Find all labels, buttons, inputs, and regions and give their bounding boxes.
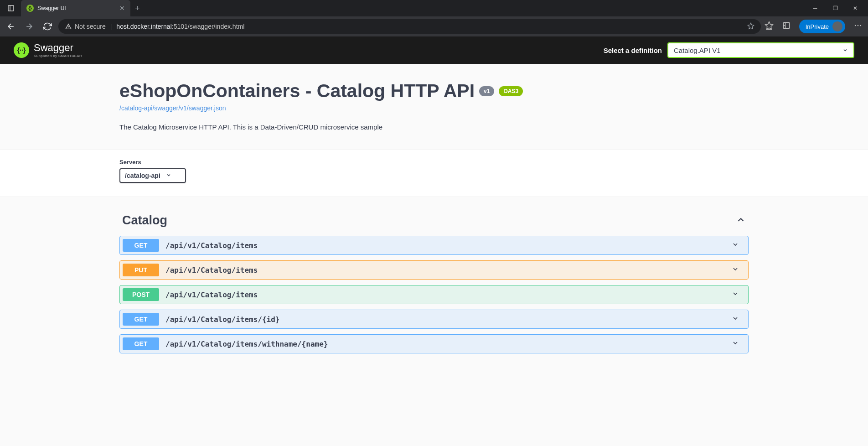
new-tab-button[interactable]: + xyxy=(135,4,140,13)
swagger-logo[interactable]: {··} Swagger Supported by SMARTBEAR xyxy=(14,42,82,58)
api-title-row: eShopOnContainers - Catalog HTTP API v1 … xyxy=(119,80,749,102)
servers-selected: /catalog-api xyxy=(125,172,160,179)
chevron-down-icon xyxy=(725,290,745,299)
chevron-down-icon xyxy=(725,315,745,324)
chevron-up-icon xyxy=(736,215,746,227)
close-tab-icon[interactable]: ✕ xyxy=(119,5,125,12)
operation-row[interactable]: GET/api/v1/Catalog/items/withname/{name} xyxy=(119,334,749,353)
method-badge: GET xyxy=(123,337,159,350)
api-description: The Catalog Microservice HTTP API. This … xyxy=(119,123,749,131)
chevron-down-icon xyxy=(725,241,745,250)
operation-row[interactable]: GET/api/v1/Catalog/items xyxy=(119,236,749,255)
definition-label: Select a definition xyxy=(604,47,662,54)
browser-tab[interactable]: {} Swagger UI ✕ xyxy=(21,0,130,16)
collections-icon[interactable] xyxy=(782,21,791,32)
servers-select[interactable]: /catalog-api xyxy=(119,168,186,183)
definition-selected: Catalog.API V1 xyxy=(674,47,721,54)
definition-select[interactable]: Catalog.API V1 xyxy=(667,42,854,58)
method-badge: POST xyxy=(123,288,159,301)
inprivate-indicator[interactable]: InPrivate xyxy=(799,20,845,33)
favorite-icon[interactable] xyxy=(747,22,754,31)
url-text: host.docker.internal:5101/swagger/index.… xyxy=(116,23,244,30)
operation-path: /api/v1/Catalog/items xyxy=(165,266,725,275)
operations-section: Catalog GET/api/v1/Catalog/itemsPUT/api/… xyxy=(0,197,868,377)
method-badge: GET xyxy=(123,313,159,326)
swagger-logo-icon: {··} xyxy=(14,42,29,58)
operation-path: /api/v1/Catalog/items/{id} xyxy=(165,315,725,324)
address-divider: | xyxy=(110,23,112,30)
servers-section: Servers /catalog-api xyxy=(0,149,868,197)
operation-path: /api/v1/Catalog/items xyxy=(165,241,725,250)
oas-badge: OAS3 xyxy=(499,86,523,96)
method-badge: PUT xyxy=(123,264,159,276)
operations-list: GET/api/v1/Catalog/itemsPUT/api/v1/Catal… xyxy=(119,236,749,353)
swagger-logo-subtext: Supported by SMARTBEAR xyxy=(34,54,82,58)
operation-row[interactable]: POST/api/v1/Catalog/items xyxy=(119,285,749,304)
nav-bar: Not secure | host.docker.internal:5101/s… xyxy=(0,16,868,36)
swagger-logo-text: Swagger xyxy=(34,43,82,53)
browser-chrome: {} Swagger UI ✕ + ─ ❐ ✕ Not secure | hos… xyxy=(0,0,868,36)
svg-point-6 xyxy=(860,25,862,26)
tab-title: Swagger UI xyxy=(37,5,116,11)
refresh-button[interactable] xyxy=(40,19,55,34)
address-bar[interactable]: Not secure | host.docker.internal:5101/s… xyxy=(58,19,761,34)
version-badge: v1 xyxy=(479,86,494,96)
warning-icon xyxy=(65,23,72,30)
maximize-button[interactable]: ❐ xyxy=(831,5,840,11)
inprivate-label: InPrivate xyxy=(806,23,829,30)
svg-point-4 xyxy=(855,25,856,26)
window-controls: ─ ❐ ✕ xyxy=(811,5,868,11)
operation-path: /api/v1/Catalog/items xyxy=(165,290,725,299)
chevron-down-icon xyxy=(725,265,745,275)
not-secure-indicator[interactable]: Not secure xyxy=(65,23,106,30)
info-section: eShopOnContainers - Catalog HTTP API v1 … xyxy=(0,64,868,149)
api-title: eShopOnContainers - Catalog HTTP API xyxy=(119,80,475,102)
minimize-button[interactable]: ─ xyxy=(811,5,820,11)
favorites-bar-icon[interactable] xyxy=(765,21,774,32)
operation-path: /api/v1/Catalog/items/withname/{name} xyxy=(165,340,725,348)
tab-actions-icon[interactable] xyxy=(4,1,18,16)
svg-point-5 xyxy=(858,25,859,26)
close-window-button[interactable]: ✕ xyxy=(851,5,860,11)
chevron-down-icon xyxy=(166,172,171,179)
not-secure-label: Not secure xyxy=(75,23,106,30)
swagger-topbar: {··} Swagger Supported by SMARTBEAR Sele… xyxy=(0,36,868,64)
operation-row[interactable]: PUT/api/v1/Catalog/items xyxy=(119,260,749,280)
avatar-icon xyxy=(832,21,842,31)
spec-link[interactable]: /catalog-api/swagger/v1/swagger.json xyxy=(119,104,226,112)
operation-row[interactable]: GET/api/v1/Catalog/items/{id} xyxy=(119,310,749,329)
back-button[interactable] xyxy=(4,19,18,34)
chevron-down-icon xyxy=(725,339,745,348)
more-menu-icon[interactable] xyxy=(853,21,863,32)
tag-name: Catalog xyxy=(122,213,167,228)
chevron-down-icon xyxy=(842,47,848,54)
forward-button[interactable] xyxy=(22,19,36,34)
tab-bar: {} Swagger UI ✕ + ─ ❐ ✕ xyxy=(0,0,868,16)
svg-rect-0 xyxy=(8,5,14,11)
toolbar-right: InPrivate xyxy=(765,20,864,33)
swagger-favicon-icon: {} xyxy=(26,5,34,12)
tag-header[interactable]: Catalog xyxy=(119,209,749,236)
method-badge: GET xyxy=(123,239,159,252)
servers-label: Servers xyxy=(119,159,749,166)
